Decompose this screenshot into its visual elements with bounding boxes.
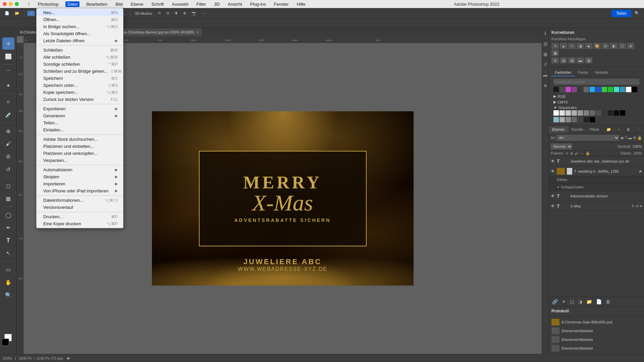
tab-kanaele[interactable]: Kanäle: [568, 126, 586, 133]
menu-alle-schliessen[interactable]: Alle schließen ⌥⌘W: [37, 54, 123, 61]
protokoll-item-3[interactable]: Ebenensichtbarkeit: [549, 344, 644, 353]
menu-plug-ins[interactable]: Plug-ins: [249, 2, 267, 7]
corrections-icon[interactable]: ▨: [543, 40, 547, 48]
swatch-cyan[interactable]: [590, 87, 595, 92]
gs-b3[interactable]: [566, 117, 571, 122]
history-icon[interactable]: ↺: [543, 61, 547, 68]
menu-photoshop[interactable]: Photoshop: [37, 2, 60, 7]
menu-teilen[interactable]: Teilen...: [37, 119, 123, 126]
zoom-tool[interactable]: 🔍: [2, 289, 14, 301]
bw-icon[interactable]: ◐: [610, 43, 618, 49]
swatches-icon[interactable]: ▦: [543, 50, 547, 58]
eraser-tool[interactable]: ◻: [2, 180, 14, 192]
lock-pixel-icon[interactable]: 🖌: [575, 152, 578, 155]
layer-adventsrabatte[interactable]: 👁 T Adventsrabatte sichern: [549, 191, 644, 201]
tab-mockup-jpg[interactable]: Mockup-Christmas Banner.jpg bei 200% (RG…: [110, 28, 203, 36]
color-lookup-icon[interactable]: ▦: [551, 50, 559, 56]
lock-move-icon[interactable]: ✛: [566, 152, 568, 155]
brush-tool[interactable]: 🖌: [2, 138, 14, 150]
hand-tool[interactable]: ✋: [2, 276, 14, 288]
gs-black[interactable]: [620, 110, 625, 116]
menu-platzieren-einbetten[interactable]: Platzieren und einbetten...: [37, 143, 123, 150]
swatch-blue[interactable]: [596, 87, 601, 92]
tab-pfade[interactable]: Pfade: [586, 126, 603, 133]
swatch-group-graustufen[interactable]: ▼ Graustufen: [553, 105, 639, 110]
swatch-white[interactable]: [626, 87, 631, 92]
menu-datei[interactable]: Datei: [65, 1, 79, 7]
photo-filter-icon[interactable]: ⬡: [619, 43, 626, 49]
menu-bild[interactable]: Bild: [114, 2, 124, 7]
levels-icon[interactable]: ▲: [560, 43, 567, 49]
lock-pos-icon[interactable]: ↔: [580, 152, 584, 155]
roll3d-btn[interactable]: ⊙: [164, 10, 171, 16]
gs-b4[interactable]: [572, 117, 577, 122]
layer-vis-adventsrabatte[interactable]: 👁: [551, 194, 555, 198]
tab2-close[interactable]: ✕: [196, 31, 199, 34]
share-button[interactable]: Teilen: [611, 10, 631, 17]
menu-letzte-dateien[interactable]: Letzte Dateien öffnen ▶: [37, 37, 123, 44]
menu-schliessen-bridge[interactable]: Schließen und zu Bridge gehen... ⇧⌘W: [37, 68, 123, 75]
swatch-teal2[interactable]: [620, 87, 625, 92]
move-tool[interactable]: ✛: [2, 38, 14, 50]
channel-mixer-icon[interactable]: ⊕: [627, 43, 634, 49]
pan3d-btn[interactable]: ✥: [173, 10, 180, 16]
menu-platzieren-verknuepfen[interactable]: Platzieren und verknüpfen...: [37, 150, 123, 157]
zoom3d-btn[interactable]: ⊕: [181, 10, 188, 16]
swatch-search-input[interactable]: [553, 79, 639, 85]
maximize-button[interactable]: [15, 2, 19, 6]
channels-icon[interactable]: ◈: [544, 81, 547, 89]
clone-tool[interactable]: ✇: [2, 150, 14, 163]
menu-kopie-drucken[interactable]: Eine Kopie drucken ⌥⌘P: [37, 220, 123, 227]
menu-verpacken[interactable]: Verpacken...: [37, 157, 123, 164]
link-icon[interactable]: 🔗: [551, 298, 559, 305]
menu-3d[interactable]: 3D: [213, 2, 221, 7]
exposure-icon[interactable]: ◑: [577, 43, 584, 49]
menu-oeffnen[interactable]: Öffnen... ⌘O: [37, 16, 123, 23]
layer-juwellere[interactable]: 👁 T Juwellere abc ww...badresse-xyz.de: [549, 156, 644, 166]
menu-einladen[interactable]: Einladen...: [37, 126, 123, 133]
gs-b1[interactable]: [553, 117, 559, 122]
selective-color-icon[interactable]: ▨: [585, 57, 592, 63]
menu-zurueck-version[interactable]: Zurück zur letzten Version F12: [37, 96, 123, 103]
menu-iphone-ipad[interactable]: Von iPhone oder iPad importieren ▶: [37, 187, 123, 194]
history-brush-tool[interactable]: ↺: [2, 163, 14, 175]
more-options-btn[interactable]: ···: [200, 11, 207, 16]
menu-bearbeiten[interactable]: Bearbeiten: [85, 2, 109, 7]
protokoll-item-2[interactable]: Ebenensichtbarkeit: [549, 335, 644, 344]
camera3d-btn[interactable]: 📷: [190, 10, 198, 16]
menu-bridge-suchen[interactable]: In Bridge suchen... ⌥⌘O: [37, 23, 123, 30]
menu-apple[interactable]: : [27, 2, 31, 7]
gs-b2[interactable]: [559, 117, 565, 122]
swatch-green[interactable]: [602, 87, 607, 92]
new-doc-btn[interactable]: 📄: [3, 10, 11, 16]
gs-6[interactable]: [590, 110, 595, 116]
layer-vis-wedding[interactable]: 👁: [551, 169, 555, 174]
shape-tool[interactable]: ▭: [2, 263, 14, 276]
pen-tool[interactable]: ✒: [2, 222, 14, 234]
gs-5[interactable]: [584, 110, 589, 116]
gs-b7[interactable]: [590, 117, 595, 122]
menu-speichern-unter[interactable]: Speichern unter... ⇧⌘S: [37, 82, 123, 89]
swatch-purple[interactable]: [572, 87, 577, 92]
tab-ebenen[interactable]: Ebenen: [549, 126, 568, 133]
swatch-dark-gray[interactable]: [559, 87, 565, 92]
menu-speichern[interactable]: Speichern ⌘S: [37, 75, 123, 82]
healing-tool[interactable]: ⊕: [2, 125, 14, 137]
delete-layer-icon[interactable]: 🗑: [604, 298, 612, 305]
lasso-tool[interactable]: ⌒: [2, 67, 14, 79]
menu-auswahl[interactable]: Auswahl: [170, 2, 190, 7]
layer-xmas[interactable]: 👁 T X-Mas fx ⊕ ⊕: [549, 201, 644, 211]
close-button[interactable]: [3, 2, 7, 6]
hue-saturation-icon[interactable]: 🎨: [593, 43, 601, 49]
path-select-tool[interactable]: ↖: [2, 247, 14, 259]
layer-add-icon[interactable]: +: [614, 126, 623, 133]
layer-delete-icon[interactable]: 🗑: [623, 126, 634, 133]
layer-vis-juwellere[interactable]: 👁: [551, 159, 555, 164]
gs-b6[interactable]: [584, 117, 589, 122]
swatch-black2[interactable]: [632, 87, 637, 92]
text-tool[interactable]: T: [2, 234, 14, 246]
menu-neu[interactable]: Neu... ⌘N: [37, 9, 123, 16]
menu-automatisieren[interactable]: Automatisieren ▶: [37, 166, 123, 173]
tab-farbfelder[interactable]: Farbfelder: [551, 69, 575, 76]
layers-icon[interactable]: ▬: [543, 71, 547, 79]
